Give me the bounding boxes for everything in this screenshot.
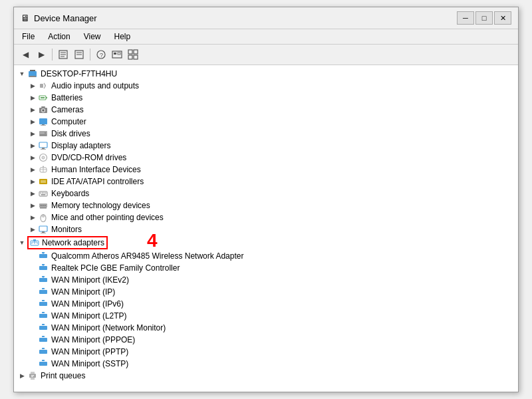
wan-ipv6-icon <box>38 299 49 309</box>
scan-icon <box>112 49 122 60</box>
svg-rect-79 <box>42 276 45 277</box>
tree-item-realtek[interactable]: Realtek PCIe GBE Family Controller <box>14 262 518 274</box>
menu-view[interactable]: View <box>80 31 105 43</box>
monitors-icon <box>38 224 49 235</box>
properties-icon <box>58 49 68 60</box>
svg-rect-34 <box>42 148 45 149</box>
svg-rect-91 <box>42 348 45 349</box>
maximize-button[interactable]: □ <box>475 11 493 25</box>
tree-item-cameras[interactable]: ▶ Cameras <box>14 104 518 116</box>
ide-expand-icon[interactable]: ▶ <box>27 176 38 187</box>
tree-item-memory[interactable]: ▶ Memory technology devices <box>14 200 518 211</box>
forward-button[interactable]: ▶ <box>34 47 49 62</box>
tree-item-wan-pppoe[interactable]: WAN Miniport (PPPOE) <box>14 334 518 346</box>
svg-rect-89 <box>42 336 45 337</box>
properties-button[interactable] <box>56 47 70 62</box>
root-label: DESKTOP-F7TH4HU <box>41 69 117 78</box>
memory-expand-icon[interactable]: ▶ <box>27 200 38 211</box>
svg-rect-80 <box>39 290 47 294</box>
help-button[interactable]: ? <box>94 47 108 62</box>
tree-item-computer[interactable]: ▶ Computer <box>14 116 518 128</box>
display-expand-icon[interactable]: ▶ <box>27 140 38 151</box>
print-queues-label: Print queues <box>41 371 85 380</box>
menu-file[interactable]: File <box>18 31 39 43</box>
print-expand-icon[interactable]: ▶ <box>17 370 27 381</box>
tree-item-wan-ikev2[interactable]: WAN Miniport (IKEv2) <box>14 274 518 286</box>
svg-rect-21 <box>41 97 45 98</box>
memory-label: Memory technology devices <box>51 201 150 210</box>
menu-action[interactable]: Action <box>44 31 74 43</box>
batteries-icon <box>38 92 49 103</box>
keyboards-expand-icon[interactable]: ▶ <box>27 188 38 199</box>
tree-item-qualcomm[interactable]: Qualcomm Atheros AR9485 Wireless Network… <box>14 250 518 262</box>
tree-item-wan-netmon[interactable]: WAN Miniport (Network Monitor) <box>14 322 518 334</box>
dvd-expand-icon[interactable]: ▶ <box>27 152 38 163</box>
tree-item-wan-l2tp[interactable]: WAN Miniport (L2TP) <box>14 310 518 322</box>
tree-item-mice[interactable]: ▶ Mice and other pointing devices <box>14 211 518 223</box>
back-button[interactable]: ◀ <box>18 47 33 62</box>
svg-rect-19 <box>40 84 43 88</box>
wan-pptp-label: WAN Miniport (PPTP) <box>51 347 128 356</box>
wan-pppoe-icon <box>38 334 49 345</box>
svg-rect-10 <box>114 53 116 55</box>
cameras-icon <box>38 104 49 115</box>
tree-item-display[interactable]: ▶ Display adapters <box>14 140 518 152</box>
tree-item-dvd[interactable]: ▶ DVD/CD-ROM drives <box>14 152 518 164</box>
tree-item-audio[interactable]: ▶ Audio inputs and outputs <box>14 80 518 92</box>
svg-point-42 <box>43 166 44 168</box>
svg-rect-56 <box>40 207 47 209</box>
window-controls: ─ □ ✕ <box>457 11 511 25</box>
tree-item-hid[interactable]: ▶ Human Interface Devices <box>14 164 518 176</box>
tree-item-batteries[interactable]: ▶ Batteries <box>14 92 518 104</box>
audio-expand-icon[interactable]: ▶ <box>27 80 38 91</box>
tree-item-wan-ip[interactable]: WAN Miniport (IP) <box>14 286 518 298</box>
network-adapters-label: Network adapters <box>42 238 104 247</box>
scan-button[interactable] <box>110 47 124 62</box>
tree-item-ide[interactable]: ▶ IDE ATA/ATAPI controllers <box>14 176 518 188</box>
cameras-expand-icon[interactable]: ▶ <box>27 104 38 115</box>
network-expand-icon[interactable]: ▼ <box>17 237 27 248</box>
tree-item-wan-sstp[interactable]: WAN Miniport (SSTP) <box>14 358 518 370</box>
minimize-button[interactable]: ─ <box>457 11 474 25</box>
tree-item-network-adapters-row[interactable]: ▼ Network adapters <box>14 235 518 250</box>
display-icon <box>38 140 49 151</box>
wan-ip-label: WAN Miniport (IP) <box>51 287 115 297</box>
wan-netmon-label: WAN Miniport (Network Monitor) <box>51 323 166 332</box>
svg-rect-29 <box>41 125 46 126</box>
tree-item-wan-pptp[interactable]: WAN Miniport (PPTP) <box>14 346 518 358</box>
svg-rect-98 <box>31 376 33 377</box>
wan-ipv6-label: WAN Miniport (IPv6) <box>51 299 124 309</box>
svg-rect-74 <box>39 266 47 270</box>
svg-rect-62 <box>41 233 46 233</box>
toolbar-separator-1 <box>52 49 53 61</box>
computer-expand-icon[interactable]: ▶ <box>27 116 38 127</box>
update-button[interactable] <box>72 47 86 62</box>
hid-expand-icon[interactable]: ▶ <box>27 164 38 175</box>
close-button[interactable]: ✕ <box>494 11 511 25</box>
monitors-expand-icon[interactable]: ▶ <box>27 224 38 235</box>
tree-item-wan-ipv6[interactable]: WAN Miniport (IPv6) <box>14 298 518 310</box>
root-icon <box>27 68 38 79</box>
svg-rect-22 <box>46 97 47 98</box>
title-bar: 🖥 Device Manager ─ □ ✕ <box>14 7 518 29</box>
svg-rect-15 <box>134 55 138 59</box>
hid-label: Human Interface Devices <box>51 165 141 174</box>
svg-rect-47 <box>41 193 42 194</box>
root-expand-icon[interactable]: ▼ <box>17 68 27 79</box>
view-button[interactable] <box>126 47 140 62</box>
svg-rect-93 <box>42 360 45 361</box>
tree-item-disk[interactable]: ▶ Disk drives <box>14 128 518 140</box>
mice-expand-icon[interactable]: ▶ <box>27 212 38 223</box>
help-icon: ? <box>96 49 106 60</box>
tree-item-print-queues[interactable]: ▶ Print queues <box>14 370 518 382</box>
tree-item-keyboards[interactable]: ▶ Keyboards <box>14 188 518 200</box>
menu-help[interactable]: Help <box>110 31 135 43</box>
ide-label: IDE ATA/ATAPI controllers <box>51 177 144 186</box>
disk-expand-icon[interactable]: ▶ <box>27 128 38 139</box>
svg-rect-76 <box>42 264 45 265</box>
device-tree[interactable]: ▼ DESKTOP-F7TH4HU ▶ Audio inp <box>14 65 518 392</box>
tree-root[interactable]: ▼ DESKTOP-F7TH4HU <box>14 68 518 80</box>
tree-item-monitors[interactable]: ▶ Monitors <box>14 223 518 235</box>
svg-rect-54 <box>43 205 44 206</box>
batteries-expand-icon[interactable]: ▶ <box>27 92 38 103</box>
